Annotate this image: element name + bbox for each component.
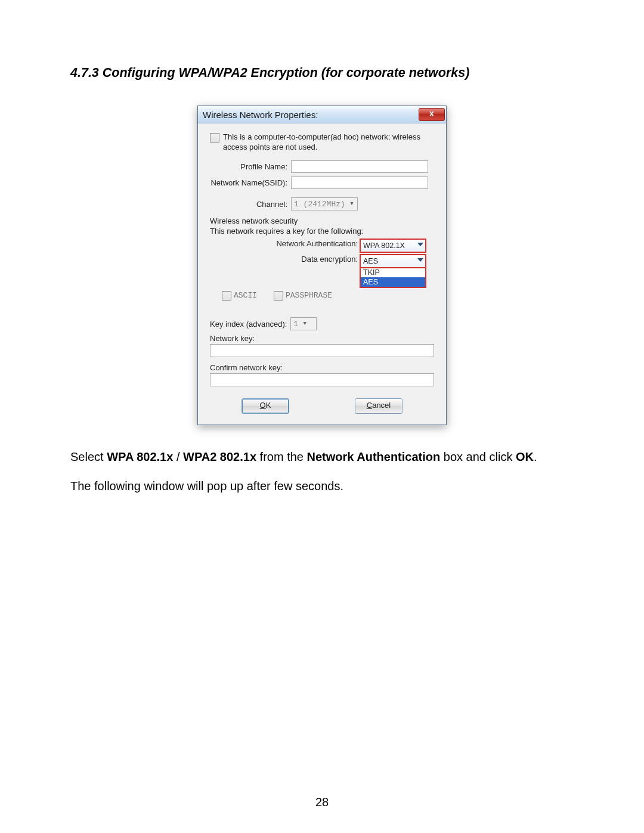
chevron-down-icon [417, 258, 423, 262]
page-number: 28 [0, 795, 644, 809]
wireless-properties-dialog: Wireless Network Properties: x This is a… [197, 106, 447, 425]
instruction-paragraph-2: The following window will pop up after f… [70, 478, 574, 494]
ascii-checkbox[interactable] [222, 291, 231, 301]
confirm-key-label: Confirm network key: [210, 363, 434, 372]
key-index-label: Key index (advanced): [210, 320, 287, 329]
text-bold: OK [516, 450, 534, 463]
data-encryption-select[interactable]: AES [360, 255, 426, 268]
ssid-label: Network Name(SSID): [210, 178, 291, 187]
text: / [173, 450, 183, 463]
text-bold: Network Authentication [307, 450, 441, 463]
adhoc-checkbox[interactable] [210, 133, 219, 143]
ok-text: K [266, 401, 271, 410]
network-key-input[interactable] [210, 344, 434, 357]
encryption-option-aes[interactable]: AES [361, 277, 425, 287]
channel-value: 1 (2412MHz) [294, 200, 345, 209]
ok-button[interactable]: OK [242, 398, 289, 414]
channel-select[interactable]: 1 (2412MHz) ▼ [291, 197, 358, 210]
dialog-titlebar: Wireless Network Properties: x [198, 106, 446, 123]
chevron-down-icon: ▼ [301, 318, 309, 330]
text: box and click [440, 450, 516, 463]
text-bold: WPA 802.1x [107, 450, 173, 463]
profile-name-input[interactable] [291, 160, 428, 173]
key-index-select[interactable]: 1 ▼ [290, 317, 317, 330]
encryption-label: Data encryption: [210, 255, 360, 264]
encryption-option-tkip[interactable]: TKIP [361, 268, 425, 277]
chevron-down-icon [417, 243, 423, 246]
text: from the [256, 450, 306, 463]
key-index-value: 1 [293, 320, 298, 329]
close-button[interactable]: x [419, 108, 445, 121]
text: Select [70, 450, 107, 463]
network-auth-select[interactable]: WPA 802.1X [360, 239, 426, 252]
ok-mnemonic: O [260, 401, 266, 410]
passphrase-label: PASSPHRASE [286, 291, 332, 300]
section-heading: 4.7.3 Configuring WPA/WPA2 Encryption (f… [70, 66, 574, 80]
channel-label: Channel: [210, 200, 291, 209]
chevron-down-icon: ▼ [348, 198, 356, 210]
ssid-input[interactable] [291, 176, 428, 189]
cancel-mnemonic: C [367, 401, 372, 410]
dialog-title: Wireless Network Properties: [203, 110, 419, 120]
text-bold: WPA2 802.1x [183, 450, 256, 463]
passphrase-checkbox[interactable] [274, 291, 283, 301]
instruction-paragraph-1: Select WPA 802.1x / WPA2 802.1x from the… [70, 449, 574, 465]
network-key-label: Network key: [210, 334, 434, 343]
network-auth-value: WPA 802.1X [363, 241, 405, 250]
ascii-label: ASCII [234, 291, 257, 300]
close-icon: x [429, 109, 434, 118]
adhoc-label: This is a computer-to-computer(ad hoc) n… [223, 132, 434, 152]
data-encryption-value: AES [363, 257, 378, 265]
profile-name-label: Profile Name: [210, 162, 291, 171]
cancel-text: ancel [372, 401, 391, 410]
confirm-key-input[interactable] [210, 373, 434, 386]
auth-label: Network Authentication: [210, 239, 360, 248]
security-sub-label: This network requires a key for the foll… [210, 227, 434, 236]
data-encryption-options: TKIP AES [360, 268, 426, 287]
cancel-button[interactable]: Cancel [355, 398, 402, 414]
text: . [534, 450, 537, 463]
security-group-label: Wireless network security [210, 216, 434, 225]
